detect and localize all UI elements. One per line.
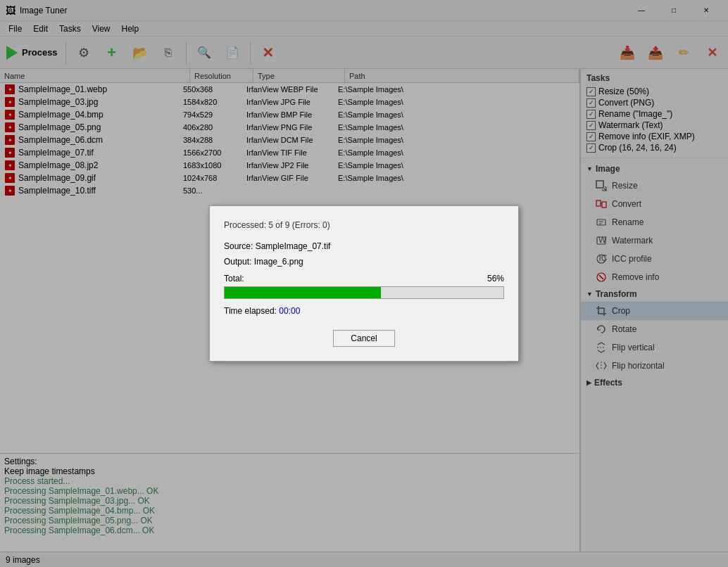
dialog-processed-text: Processed: 5 of 9 (Errors: 0) [224, 220, 504, 230]
dialog-progress-bar-bg [224, 286, 504, 299]
dialog-overlay: Processed: 5 of 9 (Errors: 0) Source: Sa… [0, 0, 728, 567]
dialog-buttons: Cancel [224, 330, 504, 347]
dialog-source: Source: SampleImage_07.tif [224, 241, 504, 251]
dialog-output: Output: Image_6.png [224, 257, 504, 267]
dialog-progress-bar-fill [225, 287, 381, 298]
dialog-percent: 56% [487, 274, 504, 284]
dialog-time-value: 00:00 [279, 306, 300, 316]
dialog-cancel-button[interactable]: Cancel [333, 330, 394, 347]
dialog-time-label: Time elapsed: [224, 306, 277, 316]
progress-dialog: Processed: 5 of 9 (Errors: 0) Source: Sa… [209, 205, 519, 362]
dialog-progress-label: Total: 56% [224, 274, 504, 284]
dialog-time: Time elapsed: 00:00 [224, 306, 504, 316]
dialog-total-label: Total: [224, 274, 244, 284]
dialog-progress-container: Total: 56% [224, 274, 504, 299]
